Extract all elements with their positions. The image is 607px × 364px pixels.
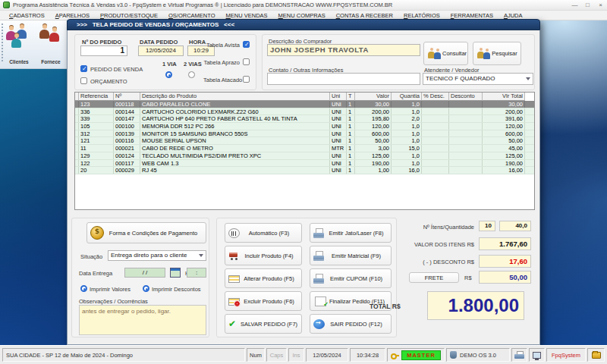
table-cell: 3,00 (355, 145, 392, 152)
table-header-cell[interactable]: Vlr Total (483, 93, 525, 101)
alterar-produto-button[interactable]: Alterar Produto (F5) (225, 268, 302, 288)
table-row[interactable]: 123000118CABO PARALELO CLONEUNI130,001,0… (75, 101, 534, 108)
table-header-cell[interactable]: Nº (114, 93, 140, 101)
menu-item[interactable]: MENU VENDAS (221, 12, 273, 19)
table-header-cell[interactable]: Valor (355, 93, 392, 101)
consultar-button[interactable]: Consultar (423, 42, 468, 65)
atendente-value: TECNICO F QUADRADO (426, 74, 524, 83)
toolbar: Clientes Fornece (0, 20, 67, 69)
situacao-select[interactable]: Entrega direto para o cliente (108, 250, 206, 261)
imprimir-valores-radio[interactable] (80, 285, 87, 292)
status-print[interactable] (511, 348, 527, 362)
maximize-button[interactable]: □ (581, 0, 594, 10)
pesquisar-button[interactable]: Pesquisar (473, 42, 521, 65)
table-cell (449, 160, 483, 167)
table-cell: 15,0 (392, 145, 422, 152)
table-header-cell[interactable]: Descrição do Produto (140, 93, 330, 101)
table-header-cell[interactable]: Referencia (79, 93, 114, 101)
order-date-field[interactable]: 12/05/2024 (138, 46, 184, 56)
order-number-field[interactable]: 1 (80, 46, 127, 56)
itens-field[interactable]: 10 (479, 221, 495, 231)
coin-icon (90, 226, 104, 240)
automatico-button[interactable]: Automático (F3) (225, 223, 302, 243)
hora-entrega-field[interactable]: : (187, 268, 206, 278)
table-cell: 105 (79, 123, 114, 130)
menu-item[interactable]: RELATÓRIOS (398, 12, 445, 19)
table-row[interactable]: 336000144CARTUCHO COLORIDO LEXMARK.Z22 G… (75, 108, 534, 116)
pedido-venda-checkbox[interactable] (80, 65, 87, 72)
frete-field[interactable]: 50,00 (479, 271, 531, 284)
itens-label: Nº Ítens/Quantidade (371, 224, 474, 231)
table-row[interactable]: 129000124TECLADO MULTIMIDIA PS2/DIM PRET… (75, 152, 534, 160)
frete-button[interactable]: FRETE (409, 272, 459, 283)
data-entrega-field[interactable]: / / (124, 268, 165, 278)
calendar-icon[interactable] (170, 268, 181, 278)
table-row[interactable]: 339000147CARTUCHO HP 640 PRETO FABER CAS… (75, 115, 534, 123)
desconto-field[interactable]: 17,60 (479, 255, 531, 268)
menu-item[interactable]: AJUDA (498, 12, 528, 19)
table-row[interactable]: 11000021CABO DE REDE O METROMTR13,0015,0… (75, 145, 534, 152)
menu-item[interactable]: APARELHOS (50, 12, 95, 19)
menu-item[interactable]: CADASTROS (4, 12, 50, 19)
excluir-label: Excluir Produto (F6) (240, 298, 298, 305)
cart-icon (228, 251, 240, 261)
contato-field[interactable] (267, 73, 420, 85)
menu-item[interactable]: FERRAMENTAS (445, 12, 498, 19)
quantidade-field[interactable]: 40,0 (499, 221, 531, 231)
atendente-select[interactable]: TECNICO F QUADRADO (423, 73, 533, 85)
status-folder[interactable] (587, 348, 605, 362)
table-cell (449, 130, 483, 137)
table-row[interactable]: 122000117WEB CAM 1.3UNI1190,001,0190,00 (75, 160, 534, 168)
status-display[interactable] (529, 348, 545, 362)
excluir-produto-button[interactable]: Excluir Produto (F6) (225, 291, 302, 311)
tabela-aprazo-checkbox[interactable] (243, 58, 250, 65)
status-ins: Ins (288, 348, 304, 362)
menu-item[interactable]: PRODUTO/ESTOQUE (95, 12, 163, 19)
minimize-button[interactable]: — (568, 0, 581, 10)
status-user: MASTER (387, 348, 445, 362)
toolbar-button-fornecedores[interactable]: Fornece (36, 23, 65, 65)
menu-item[interactable]: OS/ORCAMENTO (163, 12, 221, 19)
imprimir-descontos-radio[interactable] (143, 285, 149, 292)
table-cell (449, 137, 483, 144)
emitir-cupom-button[interactable]: Emitir CUPOM (F10) (310, 268, 392, 288)
table-cell: 195,80 (355, 115, 392, 122)
table-header-cell[interactable]: T (347, 93, 355, 101)
table-header-cell[interactable]: Quantia (392, 93, 422, 101)
table-cell: 1 (347, 108, 355, 115)
via2-radio[interactable] (188, 71, 195, 78)
table-cell: 000124 (114, 152, 140, 159)
valor-itens-label: VALOR DOS ITENS R$ (371, 241, 474, 248)
via1-radio[interactable] (165, 71, 172, 78)
toolbar-button-clientes[interactable]: Clientes (5, 23, 33, 65)
menu-item[interactable]: MENU COMPRAS (273, 12, 331, 19)
salvar-pedido-button[interactable]: SALVAR PEDIDO (F7) (225, 314, 302, 334)
table-row[interactable]: 121000116MOUSE SERIAL UPSONUNI150,001,05… (75, 137, 534, 145)
order-date-label: DATA PEDIDO (140, 39, 178, 46)
incluir-produto-button[interactable]: Incluir Produto (F4) (225, 246, 302, 265)
table-cell: 1,0 (392, 101, 422, 108)
table-header-cell[interactable]: Desconto (449, 93, 483, 101)
payment-terms-button[interactable]: Forma e Condições de Pagamento (86, 222, 206, 243)
table-cell: 000029 (114, 167, 140, 174)
table-header-cell[interactable]: % Desc. (422, 93, 449, 101)
table-cell (422, 115, 449, 122)
edit-rows-icon (228, 275, 240, 283)
sair-pedido-button[interactable]: SAIR PEDIDO (F12) (310, 314, 392, 334)
orcamento-checkbox[interactable] (80, 77, 87, 84)
table-row[interactable]: 312000139MONITOR 15 SAMSUNG BRANCO 550SU… (75, 130, 534, 138)
status-num: Num (247, 348, 265, 362)
dialog-titlebar[interactable]: >>> TELA PEDIDO DE VENDAS / ORÇAMENTOS <… (67, 19, 540, 30)
tabela-avista-checkbox[interactable] (243, 41, 250, 48)
table-row[interactable]: 20000029RJ 45UNI11,0016,016,00 (75, 167, 534, 174)
menu-item[interactable]: CONTAS A RECEBER (331, 12, 398, 19)
buyer-desc-field[interactable]: JOHN JOSEPH TRAVOLTA (267, 44, 420, 56)
close-button[interactable]: × (594, 0, 607, 10)
pedido-dialog: >>> TELA PEDIDO DE VENDAS / ORÇAMENTOS <… (67, 19, 540, 345)
valor-itens-field[interactable]: 1.767,60 (479, 237, 531, 250)
table-header-cell[interactable]: Uni (330, 93, 347, 101)
table-row[interactable]: 105000100MEMORIA DDR 512 PC 266UNI1120,0… (75, 123, 534, 130)
tabela-atacado-checkbox[interactable] (243, 76, 250, 83)
imprimir-descontos-label: Imprimir Descontos (152, 286, 201, 293)
observacoes-textarea[interactable]: antes de entregar o pedido, ligar. (79, 305, 206, 335)
